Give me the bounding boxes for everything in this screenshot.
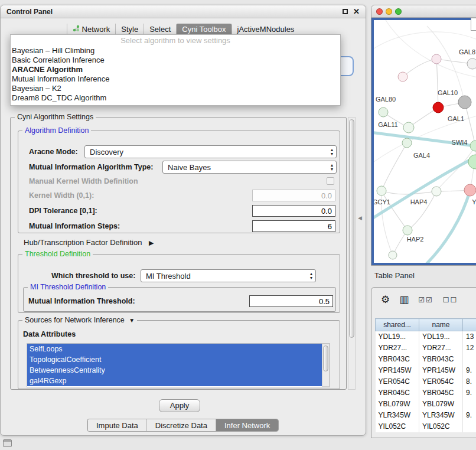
algorithm-option[interactable]: Basic Correlation Inference bbox=[11, 56, 340, 65]
network-node[interactable] bbox=[432, 187, 441, 196]
network-edge bbox=[436, 59, 438, 107]
bottom-tab[interactable]: Impute Data bbox=[87, 419, 146, 431]
control-panel-tabbar: Network Style Select Cyni Toolbox jActiv… bbox=[1, 23, 366, 35]
data-attribute-item[interactable]: SelfLoops bbox=[27, 344, 322, 354]
mi-type-value: Naive Bayes bbox=[168, 163, 211, 172]
data-attribute-item[interactable]: gal4RGexp bbox=[27, 376, 322, 386]
hub-definition-toggle[interactable]: Hub/Transcription Factor Definition ▶ bbox=[24, 238, 154, 247]
bottom-tab[interactable]: Discretize Data bbox=[146, 419, 216, 431]
columns-icon[interactable]: ▥ bbox=[399, 295, 409, 305]
settings-scrollbar[interactable] bbox=[348, 117, 356, 390]
expand-arrow-icon: ▶ bbox=[149, 239, 154, 247]
control-panel-tab[interactable]: Select bbox=[144, 24, 176, 35]
data-attributes-label: Data Attributes bbox=[23, 330, 76, 338]
table-cell-shared-name: YDR27... bbox=[376, 343, 419, 354]
network-node[interactable] bbox=[464, 184, 476, 196]
table-cell-value: 9. bbox=[463, 365, 476, 376]
table-row[interactable]: YPR145W YPR145W 9. bbox=[376, 365, 476, 376]
table-row[interactable]: YER054C YER054C 8. bbox=[376, 376, 476, 387]
table-column-header[interactable]: shared... bbox=[376, 319, 419, 331]
table-column-header[interactable] bbox=[463, 319, 476, 331]
minimize-traffic-light-icon[interactable] bbox=[386, 8, 392, 15]
table-row[interactable]: YBL079W YBL079W bbox=[376, 399, 476, 410]
network-node[interactable] bbox=[458, 96, 471, 109]
table-cell-name: YIL052C bbox=[419, 421, 463, 432]
mi-steps-input[interactable] bbox=[252, 220, 335, 232]
algorithm-option[interactable]: Bayesian – Hill Climbing bbox=[11, 46, 340, 56]
table-row[interactable]: YBR045C YBR045C 9. bbox=[376, 387, 476, 399]
attributes-scrollbar[interactable] bbox=[322, 344, 330, 387]
data-attribute-item[interactable]: BetweennessCentrality bbox=[27, 365, 322, 376]
algorithm-option[interactable]: Dream8 DC_TDC Algorithm bbox=[11, 93, 340, 103]
sources-group: Sources for Network Inference ▼ Data Att… bbox=[18, 320, 340, 389]
algorithm-option[interactable]: Mutual Information Inference bbox=[11, 74, 340, 84]
network-canvas[interactable]: GAL80GAL10GAL1GAL11SWI4GAL4GCY1HAP4HAP2G… bbox=[374, 20, 476, 263]
control-panel-tab[interactable]: Style bbox=[115, 24, 144, 35]
table-cell-name: YDL19... bbox=[419, 331, 463, 343]
network-node-label: GAL4 bbox=[413, 152, 430, 159]
panel-splitter-handle[interactable]: ◀ bbox=[358, 215, 362, 221]
network-node[interactable] bbox=[377, 186, 386, 195]
table-header-row: shared...name bbox=[376, 319, 476, 331]
manual-kernel-checkbox[interactable] bbox=[327, 177, 334, 185]
apply-button[interactable]: Apply bbox=[159, 399, 200, 412]
network-node[interactable] bbox=[398, 72, 407, 81]
network-scrollbar-sliver[interactable] bbox=[471, 18, 476, 31]
network-view-window: GAL80GAL10GAL1GAL11SWI4GAL4GCY1HAP4HAP2G… bbox=[371, 5, 476, 266]
network-node[interactable] bbox=[433, 102, 444, 113]
bottom-tab[interactable]: Infer Network bbox=[216, 419, 278, 431]
table-column-header[interactable]: name bbox=[419, 319, 463, 331]
network-node[interactable] bbox=[403, 226, 412, 235]
zoom-traffic-light-icon[interactable] bbox=[395, 8, 402, 15]
table-body: YDL19... YDL19... 13 YDR27... YDR27... 1… bbox=[376, 331, 476, 432]
network-node[interactable] bbox=[467, 58, 476, 69]
data-attribute-item[interactable]: TopologicalCoefficient bbox=[27, 354, 322, 365]
network-node[interactable] bbox=[432, 54, 441, 64]
control-panel-tab[interactable]: Network bbox=[67, 24, 116, 35]
table-cell-shared-name: YBR045C bbox=[376, 387, 419, 399]
network-node-label: GAL8 bbox=[459, 48, 475, 56]
control-panel-window: Control Panel ✕ Network Style Select Cyn… bbox=[0, 5, 366, 436]
network-node-label: HAP2 bbox=[407, 236, 424, 243]
table-row[interactable]: YBR043C YBR043C bbox=[376, 354, 476, 365]
dpi-tolerance-input[interactable] bbox=[252, 205, 335, 217]
close-window-icon[interactable]: ✕ bbox=[353, 8, 360, 15]
network-node-label: GAL1 bbox=[448, 115, 464, 122]
which-threshold-select[interactable]: MI Threshold bbox=[141, 269, 316, 282]
table-row[interactable]: YIL052C YIL052C bbox=[376, 421, 476, 432]
control-panel-tab[interactable]: jActiveMNodules bbox=[232, 24, 300, 35]
table-row[interactable]: YDR27... YDR27... 12 bbox=[376, 343, 476, 354]
threshold-definition-group: Threshold Definition Which threshold to … bbox=[18, 254, 340, 313]
control-panel-tab[interactable]: Cyni Toolbox bbox=[176, 24, 231, 35]
docked-panel-icon[interactable] bbox=[3, 439, 12, 447]
algorithm-option[interactable]: Bayesian – K2 bbox=[11, 84, 340, 93]
select-all-icon[interactable]: ☑☑ bbox=[418, 296, 433, 304]
network-edge bbox=[403, 59, 436, 77]
mi-threshold-input[interactable] bbox=[249, 295, 333, 307]
mi-type-select[interactable]: Naive Bayes bbox=[162, 161, 337, 174]
collapse-arrow-icon[interactable]: ▼ bbox=[129, 317, 135, 324]
restore-window-icon[interactable] bbox=[343, 9, 348, 14]
network-node[interactable] bbox=[403, 122, 414, 133]
spinner-arrows-icon bbox=[331, 163, 333, 171]
aracne-mode-select[interactable]: Discovery bbox=[84, 145, 337, 158]
aracne-mode-label: Aracne Mode: bbox=[29, 148, 78, 156]
settings-gear-icon[interactable]: ⚙ bbox=[381, 295, 390, 305]
cyni-settings-title: Cyni Algorithm Settings bbox=[15, 113, 96, 121]
table-cell-shared-name: YBL079W bbox=[376, 399, 419, 410]
network-node[interactable] bbox=[468, 155, 476, 169]
deselect-all-icon[interactable]: ☐☐ bbox=[443, 296, 458, 304]
algorithm-option[interactable]: ARACNE Algorithm bbox=[11, 65, 340, 74]
network-node[interactable] bbox=[402, 138, 412, 148]
kernel-width-input[interactable] bbox=[252, 190, 335, 201]
table-row[interactable]: YLR345W YLR345W 9. bbox=[376, 410, 476, 421]
dpi-tolerance-label: DPI Tolerance [0,1]: bbox=[29, 207, 97, 215]
algorithm-definition-group: Algorithm Definition Aracne Mode: Discov… bbox=[18, 131, 340, 233]
network-node[interactable] bbox=[470, 141, 476, 151]
close-traffic-light-icon[interactable] bbox=[376, 8, 383, 15]
tab-label: Network bbox=[82, 25, 110, 34]
mi-steps-label: Mutual Information Steps: bbox=[29, 222, 120, 230]
network-node[interactable] bbox=[389, 251, 397, 259]
table-row[interactable]: YDL19... YDL19... 13 bbox=[376, 331, 476, 343]
network-node[interactable] bbox=[379, 107, 388, 117]
